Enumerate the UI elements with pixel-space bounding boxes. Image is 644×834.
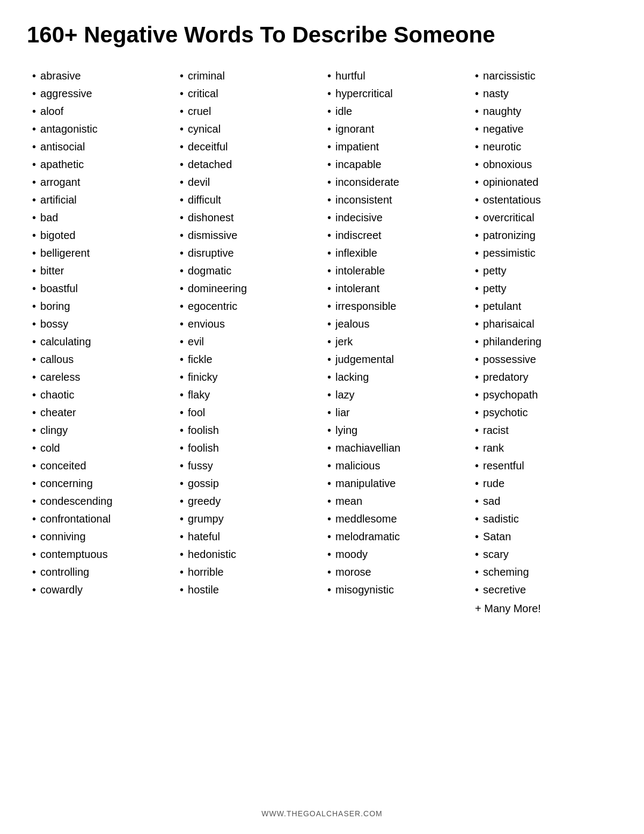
list-item: cowardly <box>32 581 169 599</box>
list-item: boring <box>32 298 169 315</box>
list-item: intolerable <box>327 262 464 280</box>
list-item: envious <box>180 315 317 333</box>
list-item: indecisive <box>327 209 464 227</box>
list-item: sadistic <box>475 510 612 528</box>
list-item: neurotic <box>475 138 612 156</box>
column-2: criminalcriticalcruelcynicaldeceitfuldet… <box>174 67 322 793</box>
word-list-1: abrasiveaggressivealoofantagonisticantis… <box>32 67 169 599</box>
list-item: detached <box>180 156 317 173</box>
list-item: controlling <box>32 563 169 581</box>
list-item: dogmatic <box>180 262 317 280</box>
list-item: nasty <box>475 85 612 103</box>
list-item: arrogant <box>32 173 169 191</box>
column-1: abrasiveaggressivealoofantagonisticantis… <box>27 67 174 793</box>
list-item: flaky <box>180 386 317 404</box>
list-item: egocentric <box>180 298 317 315</box>
list-item: incapable <box>327 156 464 173</box>
list-item: morose <box>327 563 464 581</box>
list-item: condescending <box>32 492 169 510</box>
list-item: misogynistic <box>327 581 464 599</box>
list-item: opinionated <box>475 173 612 191</box>
list-item: idle <box>327 103 464 120</box>
list-item: foolish <box>180 422 317 439</box>
list-item: fussy <box>180 457 317 475</box>
list-item: philandering <box>475 333 612 351</box>
list-item: indiscreet <box>327 227 464 244</box>
list-item: dismissive <box>180 227 317 244</box>
list-item: devil <box>180 173 317 191</box>
list-item: bad <box>32 209 169 227</box>
list-item: disruptive <box>180 244 317 262</box>
list-item: narcissistic <box>475 67 612 85</box>
list-item: malicious <box>327 457 464 475</box>
list-item: psychotic <box>475 404 612 422</box>
list-item: intolerant <box>327 280 464 298</box>
list-item: meddlesome <box>327 510 464 528</box>
list-item: jerk <box>327 333 464 351</box>
list-item: machiavellian <box>327 439 464 457</box>
list-item: melodramatic <box>327 528 464 546</box>
list-item: fickle <box>180 351 317 368</box>
list-item: scheming <box>475 563 612 581</box>
list-item: ignorant <box>327 120 464 138</box>
list-item: overcritical <box>475 209 612 227</box>
word-list-3: hurtfulhypercriticalidleignorantimpatien… <box>327 67 464 599</box>
list-item: cold <box>32 439 169 457</box>
list-item: petty <box>475 262 612 280</box>
word-list-2: criminalcriticalcruelcynicaldeceitfuldet… <box>180 67 317 599</box>
list-item: chaotic <box>32 386 169 404</box>
column-4: narcissisticnastynaughtynegativeneurotic… <box>470 67 617 793</box>
list-item: possessive <box>475 351 612 368</box>
list-item: inconsiderate <box>327 173 464 191</box>
list-item: abrasive <box>32 67 169 85</box>
list-item: resentful <box>475 457 612 475</box>
list-item: conceited <box>32 457 169 475</box>
list-item: hateful <box>180 528 317 546</box>
list-item: secretive <box>475 581 612 599</box>
list-item: antisocial <box>32 138 169 156</box>
list-item: careless <box>32 368 169 386</box>
list-item: manipulative <box>327 475 464 492</box>
list-item: impatient <box>327 138 464 156</box>
list-item: calculating <box>32 333 169 351</box>
list-item: foolish <box>180 439 317 457</box>
list-item: belligerent <box>32 244 169 262</box>
list-item: conniving <box>32 528 169 546</box>
list-item: liar <box>327 404 464 422</box>
word-list-4: narcissisticnastynaughtynegativeneurotic… <box>475 67 612 599</box>
footer-url: WWW.THEGOALCHASER.COM <box>27 809 617 818</box>
list-item: contemptuous <box>32 546 169 563</box>
list-item: hostile <box>180 581 317 599</box>
list-item: aloof <box>32 103 169 120</box>
list-item: finicky <box>180 368 317 386</box>
list-item: difficult <box>180 191 317 209</box>
list-item: moody <box>327 546 464 563</box>
list-item: psychopath <box>475 386 612 404</box>
list-item: irresponsible <box>327 298 464 315</box>
list-item: gossip <box>180 475 317 492</box>
list-item: cruel <box>180 103 317 120</box>
list-item: rude <box>475 475 612 492</box>
list-item: judgemental <box>327 351 464 368</box>
list-item: criminal <box>180 67 317 85</box>
list-item: concerning <box>32 475 169 492</box>
list-item: scary <box>475 546 612 563</box>
list-item: jealous <box>327 315 464 333</box>
list-item: obnoxious <box>475 156 612 173</box>
list-item: bigoted <box>32 227 169 244</box>
word-list-container: abrasiveaggressivealoofantagonisticantis… <box>27 67 617 793</box>
list-item: critical <box>180 85 317 103</box>
list-item: hurtful <box>327 67 464 85</box>
list-item: greedy <box>180 492 317 510</box>
list-item: inconsistent <box>327 191 464 209</box>
list-item: sad <box>475 492 612 510</box>
list-item: pessimistic <box>475 244 612 262</box>
list-item: mean <box>327 492 464 510</box>
list-item: lying <box>327 422 464 439</box>
list-item: pharisaical <box>475 315 612 333</box>
list-item: petulant <box>475 298 612 315</box>
list-item: Satan <box>475 528 612 546</box>
list-item: rank <box>475 439 612 457</box>
list-item: lacking <box>327 368 464 386</box>
list-item: artificial <box>32 191 169 209</box>
